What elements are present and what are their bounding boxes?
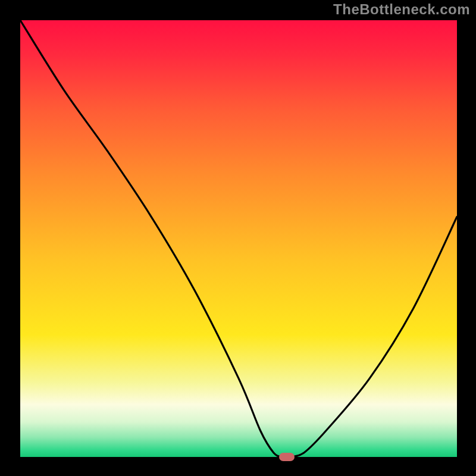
optimal-marker xyxy=(279,453,295,461)
watermark-text: TheBottleneck.com xyxy=(333,1,470,18)
chart-frame: TheBottleneck.com xyxy=(0,0,476,476)
plot-svg xyxy=(20,20,457,457)
gradient-background xyxy=(20,20,457,457)
plot-area xyxy=(20,20,457,457)
